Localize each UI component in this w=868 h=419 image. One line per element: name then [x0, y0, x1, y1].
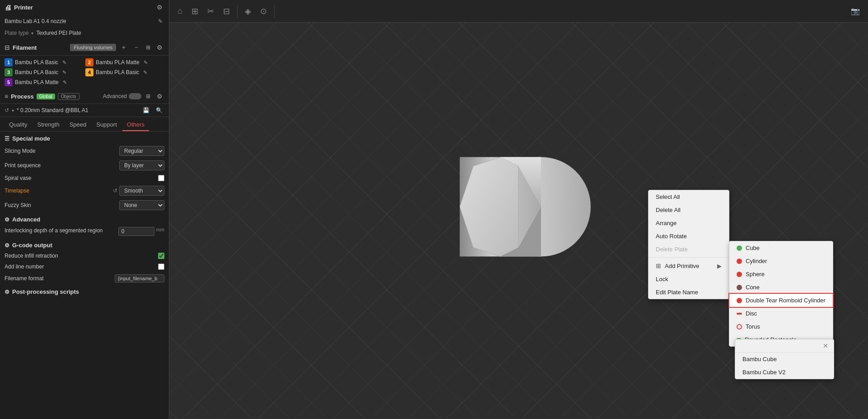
slicing-mode-label: Slicing Mode: [5, 148, 117, 154]
plate-type-value[interactable]: Textured PEI Plate: [36, 30, 81, 36]
preset-name[interactable]: * 0.20mm Standard @BBL A1: [17, 107, 138, 113]
process-icon: ≡: [5, 93, 8, 100]
add-primitive-submenu: Cube Cylinder Sphere Cone Double Tear Ro…: [729, 241, 833, 347]
submenu-cylinder[interactable]: Cylinder: [729, 254, 833, 268]
tab-support[interactable]: Support: [92, 119, 121, 131]
toolbar-cut-btn[interactable]: ✂: [204, 5, 218, 18]
bambu-cube-v2-label: Bambu Cube V2: [742, 369, 785, 376]
toolbar-support-btn[interactable]: ⊙: [257, 5, 271, 18]
ctx-select-all[interactable]: Select All: [649, 190, 729, 203]
submenu-disc[interactable]: Disc: [729, 307, 833, 320]
ctx-sep-1: [649, 257, 729, 258]
filament-name-3: Bambu PLA Basic: [15, 69, 58, 75]
toolbar-home-btn[interactable]: ⌂: [174, 5, 186, 18]
filament-name-4: Bambu PLA Basic: [96, 69, 139, 75]
gcode-section-title: ⚙ G-code output: [0, 238, 169, 250]
preset-search-btn[interactable]: 🔍: [154, 106, 164, 114]
ctx-auto-rotate[interactable]: Auto Rotate: [649, 230, 729, 243]
printer-settings-btn[interactable]: ⚙: [155, 3, 164, 12]
interlocking-input[interactable]: [118, 227, 154, 236]
post-label: Post-processing scripts: [12, 288, 79, 295]
bambu-close-btn[interactable]: ✕: [823, 342, 828, 349]
ctx-delete-all[interactable]: Delete All: [649, 203, 729, 217]
toolbar-camera-btn[interactable]: 📷: [847, 5, 863, 17]
printer-icon: 🖨: [5, 4, 11, 11]
filament-add-btn[interactable]: ＋: [119, 42, 129, 52]
left-panel: 🖨 Printer ⚙ Bambu Lab A1 0.4 nozzle ✎ Pl…: [0, 0, 169, 419]
filament-edit-btn-3[interactable]: ✎: [61, 69, 68, 76]
submenu-cone[interactable]: Cone: [729, 281, 833, 294]
slicing-mode-select[interactable]: Regular: [119, 146, 164, 156]
preset-row: ↺ ▾ * 0.20mm Standard @BBL A1 💾 🔍: [0, 104, 169, 117]
ctx-delete-plate-label: Delete Plate: [656, 246, 688, 253]
ctx-edit-plate-name[interactable]: Edit Plate Name: [649, 286, 729, 299]
spiral-vase-row: Spiral vase: [0, 173, 169, 184]
ctx-auto-rotate-label: Auto Rotate: [656, 233, 687, 240]
spiral-vase-checkbox[interactable]: [158, 175, 164, 181]
ctx-arrange[interactable]: Arrange: [649, 217, 729, 230]
add-line-checkbox[interactable]: [158, 264, 164, 270]
tab-quality[interactable]: Quality: [5, 119, 32, 131]
filament-edit-btn-2[interactable]: ✎: [142, 59, 149, 66]
filament-item-3: 3 Bambu PLA Basic ✎: [5, 68, 84, 76]
process-settings-btn[interactable]: ⚙: [155, 92, 164, 101]
submenu-double-tear[interactable]: Double Tear Romboid Cylinder: [729, 294, 833, 307]
toolbar-grid-btn[interactable]: ⊞: [188, 5, 202, 18]
filament-edit-btn-1[interactable]: ✎: [61, 59, 68, 66]
bambu-cube-v2-item[interactable]: Bambu Cube V2: [735, 366, 834, 379]
submenu-cube[interactable]: Cube: [729, 241, 833, 254]
tabs-row: Quality Strength Speed Support Others: [0, 117, 169, 132]
sphere-icon: [737, 272, 742, 277]
ctx-add-primitive-icon: ⊞: [656, 262, 661, 269]
filament-edit-btn-4[interactable]: ✎: [141, 69, 149, 76]
ctx-edit-plate-name-label: Edit Plate Name: [656, 289, 698, 296]
timelapse-select[interactable]: Smooth: [119, 186, 164, 196]
undo-icon: ↺: [5, 107, 9, 113]
filament-name-1: Bambu PLA Basic: [15, 59, 58, 66]
cone-icon: [737, 285, 742, 290]
ctx-lock[interactable]: Lock: [649, 273, 729, 286]
toolbar-sep-2: [274, 5, 275, 18]
printer-title-group: 🖨 Printer: [5, 4, 33, 11]
plate-type-label: Plate type: [5, 30, 28, 36]
filament-name-2: Bambu PLA Matte: [96, 59, 140, 66]
slicing-mode-row: Slicing Mode Regular: [0, 144, 169, 158]
preset-save-btn[interactable]: 💾: [141, 106, 151, 114]
toolbar-arrange-btn[interactable]: ⊟: [219, 5, 233, 18]
filament-header: ⊟ Filament Flushing volumes ＋ － ⊞ ⚙: [0, 40, 169, 56]
disc-icon: [737, 313, 742, 315]
tab-strength[interactable]: Strength: [33, 119, 64, 131]
global-tag[interactable]: Global: [37, 94, 55, 99]
tab-others[interactable]: Others: [122, 119, 149, 131]
timelapse-label: Timelapse: [5, 188, 111, 194]
print-sequence-label: Print sequence: [5, 162, 117, 169]
submenu-torus-label: Torus: [746, 323, 760, 330]
filament-badge-3: 3: [5, 68, 13, 76]
submenu-cone-label: Cone: [746, 284, 760, 291]
submenu-torus[interactable]: Torus: [729, 320, 833, 333]
process-grid-btn[interactable]: ⊞: [144, 92, 152, 100]
torus-icon: [737, 324, 742, 330]
printer-edit-btn[interactable]: ✎: [156, 17, 164, 25]
print-sequence-select[interactable]: By layer: [119, 160, 164, 170]
filament-sync-btn[interactable]: ⊞: [144, 43, 152, 52]
filament-icon: ⊟: [5, 44, 10, 51]
advanced-toggle[interactable]: [129, 93, 141, 99]
filename-input[interactable]: [115, 274, 164, 282]
fuzzy-skin-select[interactable]: None: [119, 200, 164, 210]
plate-type-row: Plate type ▾ Textured PEI Plate: [0, 28, 169, 40]
toolbar-orient-btn[interactable]: ◈: [241, 5, 255, 18]
filament-item-4: 4 Bambu PLA Basic ✎: [85, 68, 164, 76]
objects-tag[interactable]: Objects: [58, 93, 79, 100]
filament-edit-btn-5[interactable]: ✎: [61, 79, 69, 86]
plate-type-dropdown-icon: ▾: [31, 31, 33, 36]
tab-speed[interactable]: Speed: [65, 119, 91, 131]
submenu-sphere[interactable]: Sphere: [729, 268, 833, 281]
ctx-add-primitive[interactable]: ⊞ Add Primitive ▶ Cube Cylinder Sphere: [649, 259, 729, 273]
spiral-vase-label: Spiral vase: [5, 175, 156, 181]
reduce-infill-checkbox[interactable]: [158, 253, 164, 259]
flushing-volumes-btn[interactable]: Flushing volumes: [70, 44, 116, 51]
bambu-cube-item[interactable]: Bambu Cube: [735, 353, 834, 366]
filament-settings-btn[interactable]: ⚙: [155, 43, 164, 52]
filament-remove-btn[interactable]: －: [131, 42, 141, 52]
